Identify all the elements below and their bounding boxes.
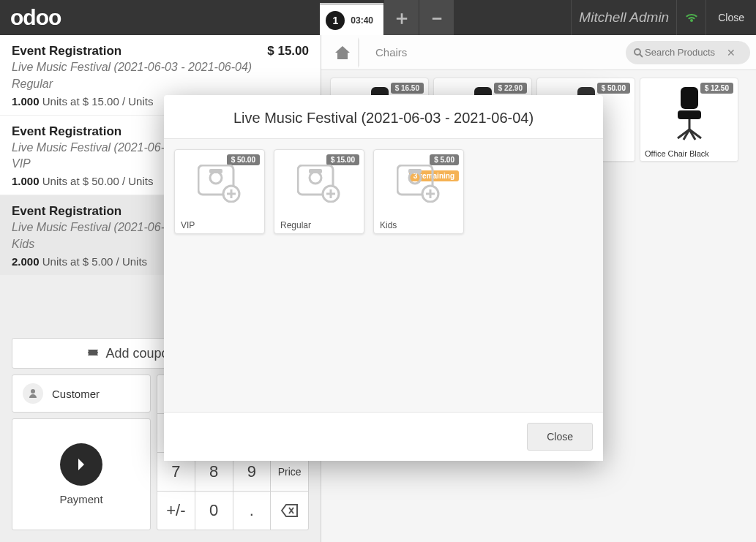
svg-point-44 — [310, 172, 321, 184]
ticket-card[interactable]: $ 50.00 VIP — [174, 149, 265, 234]
placeholder-image-icon — [274, 165, 364, 203]
ticket-name: Kids — [374, 217, 463, 233]
placeholder-image-icon — [175, 165, 264, 203]
svg-rect-39 — [209, 169, 222, 173]
ticket-name: Regular — [274, 217, 364, 233]
svg-rect-45 — [309, 169, 322, 173]
svg-point-38 — [210, 172, 222, 184]
modal-title: Live Music Festival (2021-06-03 - 2021-0… — [164, 95, 603, 139]
event-ticket-modal: Live Music Festival (2021-06-03 - 2021-0… — [164, 95, 603, 461]
ticket-card[interactable]: $ 5.00 3 remaining Kids — [373, 149, 464, 234]
ticket-name: VIP — [175, 217, 264, 233]
svg-point-50 — [409, 172, 421, 184]
price-tag: $ 15.00 — [326, 154, 359, 165]
modal-close-button[interactable]: Close — [527, 423, 593, 451]
price-tag: $ 5.00 — [430, 154, 459, 165]
placeholder-image-icon — [374, 165, 463, 203]
ticket-card[interactable]: $ 15.00 Regular — [274, 149, 364, 234]
price-tag: $ 50.00 — [227, 154, 260, 165]
svg-rect-51 — [408, 169, 422, 173]
